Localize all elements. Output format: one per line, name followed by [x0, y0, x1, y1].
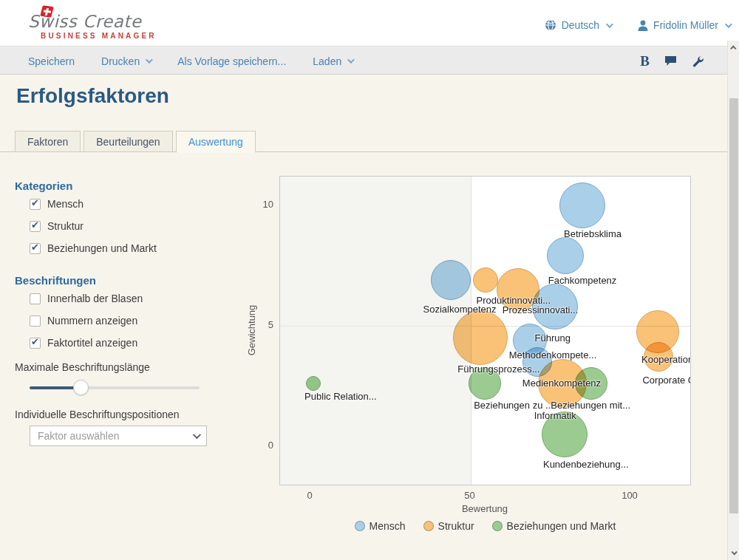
logo-subtitle: BUSINESS MANAGER [41, 32, 157, 40]
y-tick: 10 [250, 199, 273, 210]
bubble-label: Informatik [534, 410, 576, 421]
checkbox-faktortitel-anzeigen[interactable]: Faktortitel anzeigen [30, 337, 137, 349]
user-icon [638, 20, 648, 31]
categories-heading: Kategorien [15, 180, 72, 192]
tab-faktoren[interactable]: Faktoren [15, 131, 81, 152]
language-menu[interactable]: Deutsch [545, 19, 611, 31]
bubble-f-hrungsprozess-[interactable] [453, 310, 508, 365]
tab-bar: Faktoren Beurteilungen Auswertung [15, 131, 259, 153]
y-tick: 5 [250, 319, 273, 330]
user-menu[interactable]: Fridolin Müller [638, 19, 730, 31]
chart-legend: Mensch Struktur Beziehungen und Markt [279, 520, 691, 532]
checkbox-nummern-anzeigen[interactable]: Nummern anzeigen [30, 315, 137, 327]
bubble-label: Corporate Gove... [642, 375, 691, 386]
quadrant-left-zone [280, 177, 471, 485]
print-menu-button[interactable]: Drucken [101, 55, 151, 67]
legend-item-mensch[interactable]: Mensch [355, 520, 406, 532]
vertical-scrollbar[interactable] [727, 41, 739, 560]
checkbox-box [30, 243, 41, 254]
bubble-label: Methodenkompete... [509, 349, 597, 360]
bubble-label: Kooperationen... [641, 354, 691, 365]
legend-swatch-mensch [355, 521, 365, 531]
scrollbar-thumb[interactable] [729, 98, 738, 513]
checkbox-beziehungen-und-markt[interactable]: Beziehungen und Markt [30, 242, 157, 254]
tab-auswertung[interactable]: Auswertung [176, 131, 256, 153]
factor-select-placeholder: Faktor auswählen [38, 430, 120, 442]
wrench-icon[interactable] [692, 55, 704, 67]
bubble-sozialkompetenz[interactable] [431, 260, 471, 300]
save-as-template-button[interactable]: Als Vorlage speichern... [177, 55, 286, 67]
bubble-label: Medienkompetenz [522, 377, 601, 388]
plot-area: BetriebsklimaFachkompetenzSozialkompeten… [279, 176, 691, 485]
load-menu-button[interactable]: Laden [313, 55, 353, 67]
max-label-length-slider[interactable] [30, 385, 200, 391]
bubble-fachkompetenz[interactable] [547, 237, 584, 274]
x-tick: 0 [307, 490, 312, 501]
x-axis-title: Bewertung [462, 503, 508, 514]
bubble-label: Beziehungen mit... [551, 400, 630, 411]
bubble-label: Fachkompetenz [548, 275, 617, 286]
tab-beurteilungen[interactable]: Beurteilungen [84, 131, 172, 152]
legend-swatch-beziehungen [492, 521, 503, 531]
checkbox-mensch[interactable]: Mensch [30, 198, 84, 210]
checkbox-struktur[interactable]: Struktur [30, 220, 84, 232]
x-tick: 50 [464, 490, 474, 501]
scrollbar-up-arrow[interactable] [728, 42, 739, 54]
bubble-label: Führungsprozess... [457, 363, 539, 375]
scrollbar-down-arrow[interactable] [728, 547, 739, 559]
checkbox-box [30, 338, 41, 349]
y-axis-title: Gewichtung [246, 305, 257, 356]
app-root: Swiss Create BUSINESS MANAGER Deutsch Fr… [0, 0, 739, 560]
bubble-public-relation-[interactable] [306, 376, 321, 391]
individual-positions-label: Individuelle Beschriftungspositionen [15, 409, 180, 420]
chevron-down-icon [606, 21, 613, 28]
legend-item-beziehungen-und-markt[interactable]: Beziehungen und Markt [492, 520, 616, 532]
x-tick: 100 [621, 490, 638, 501]
checkbox-box [30, 221, 41, 232]
bubble-label: Beziehungen zu ... [474, 400, 554, 411]
max-label-length-label: Maximale Beschriftungslänge [15, 361, 150, 373]
language-label: Deutsch [562, 19, 599, 31]
chevron-down-icon [193, 431, 201, 439]
factor-select-dropdown[interactable]: Faktor auswählen [30, 426, 207, 446]
legend-swatch-struktur [423, 521, 434, 531]
slider-handle[interactable] [73, 380, 89, 395]
save-button[interactable]: Speichern [28, 55, 75, 67]
top-bar: Swiss Create BUSINESS MANAGER Deutsch Fr… [0, 0, 739, 47]
legend-item-struktur[interactable]: Struktur [423, 520, 474, 532]
checkbox-box [30, 199, 41, 210]
user-name-label: Fridolin Müller [653, 19, 718, 31]
bold-icon[interactable]: B [640, 53, 650, 69]
globe-icon [545, 19, 556, 31]
chevron-down-icon [146, 56, 153, 64]
checkbox-box [30, 315, 41, 327]
toolbar-icons: B [640, 47, 704, 75]
chevron-down-icon [725, 21, 732, 28]
page-title: Erfolgsfaktoren [16, 84, 169, 108]
bubble-label: Kundenbeziehung... [543, 458, 629, 469]
bubble-label: Führung [535, 332, 571, 343]
comment-icon[interactable] [664, 55, 677, 66]
logo: Swiss Create BUSINESS MANAGER [28, 4, 157, 40]
toolbar-links: Speichern Drucken Als Vorlage speichern.… [28, 47, 353, 75]
chevron-down-icon [347, 56, 355, 64]
labels-heading: Beschriftungen [15, 274, 96, 287]
bubble-label: Public Relation... [304, 391, 377, 402]
header-menus: Deutsch Fridolin Müller [545, 19, 730, 31]
bubble-betriebsklima[interactable] [559, 182, 605, 228]
bubble-label: Prozessinnovati... [503, 304, 579, 315]
bubble-label: Betriebsklima [564, 228, 621, 239]
toolbar: Speichern Drucken Als Vorlage speichern.… [0, 47, 727, 75]
checkbox-innerhalb-der-blasen[interactable]: Innerhalb der Blasen [30, 293, 143, 304]
checkbox-box [30, 293, 41, 304]
y-tick: 0 [250, 440, 273, 451]
bubble-produktinnovati-[interactable] [473, 267, 498, 293]
